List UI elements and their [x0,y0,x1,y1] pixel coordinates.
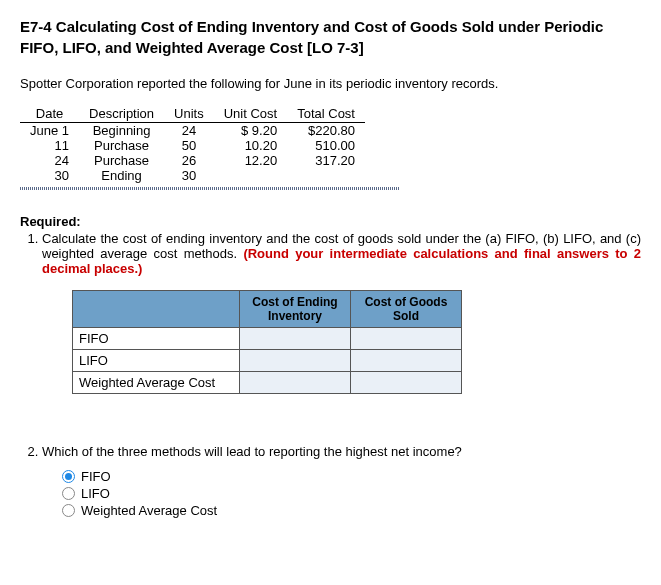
radio-option-wac[interactable]: Weighted Average Cost [62,503,641,518]
radio-label: LIFO [81,486,110,501]
inv-row: June 1 Beginning 24 $ 9.20 $220.80 [20,123,365,139]
cell-units: 24 [164,123,214,139]
required-label: Required: [20,214,641,229]
inv-header-units: Units [164,105,214,123]
question-2: Which of the three methods will lead to … [42,444,641,518]
answer-row-label: LIFO [73,350,240,372]
cell-date: 11 [20,138,79,153]
q2-radio-group: FIFO LIFO Weighted Average Cost [62,469,641,518]
answer-row-label: FIFO [73,328,240,350]
cell-total: 510.00 [287,138,365,153]
lifo-ending-input[interactable] [240,350,351,372]
radio-icon [62,504,75,517]
question-1: Calculate the cost of ending inventory a… [42,231,641,394]
cell-desc: Beginning [79,123,164,139]
inventory-table: Date Description Units Unit Cost Total C… [20,105,365,183]
cell-desc: Purchase [79,138,164,153]
cell-units: 50 [164,138,214,153]
q2-text: Which of the three methods will lead to … [42,444,462,459]
intro-text: Spotter Corporation reported the followi… [20,76,641,91]
page-title: E7-4 Calculating Cost of Ending Inventor… [20,16,641,58]
answer-header-col1: Cost of Ending Inventory [240,291,351,328]
answer-header-blank [73,291,240,328]
radio-label: Weighted Average Cost [81,503,217,518]
fifo-ending-input[interactable] [240,328,351,350]
cell-desc: Ending [79,168,164,183]
inv-row: 30 Ending 30 [20,168,365,183]
cell-units: 26 [164,153,214,168]
cell-total: $220.80 [287,123,365,139]
inv-row: 11 Purchase 50 10.20 510.00 [20,138,365,153]
answer-row-label: Weighted Average Cost [73,372,240,394]
radio-option-fifo[interactable]: FIFO [62,469,641,484]
fifo-cogs-input[interactable] [351,328,462,350]
lifo-cogs-input[interactable] [351,350,462,372]
inv-header-desc: Description [79,105,164,123]
cell-date: 24 [20,153,79,168]
cell-unitcost: 10.20 [214,138,287,153]
cell-total: 317.20 [287,153,365,168]
radio-icon [62,487,75,500]
radio-option-lifo[interactable]: LIFO [62,486,641,501]
cell-date: 30 [20,168,79,183]
inv-row: 24 Purchase 26 12.20 317.20 [20,153,365,168]
cell-units: 30 [164,168,214,183]
cell-date: June 1 [20,123,79,139]
cell-desc: Purchase [79,153,164,168]
radio-label: FIFO [81,469,111,484]
cell-unitcost: $ 9.20 [214,123,287,139]
answer-header-col2: Cost of Goods Sold [351,291,462,328]
cell-total [287,168,365,183]
cell-unitcost: 12.20 [214,153,287,168]
inv-header-unitcost: Unit Cost [214,105,287,123]
radio-icon [62,470,75,483]
divider [20,187,400,190]
inv-header-date: Date [20,105,79,123]
cell-unitcost [214,168,287,183]
inv-header-total: Total Cost [287,105,365,123]
answer-table: Cost of Ending Inventory Cost of Goods S… [72,290,462,394]
wac-ending-input[interactable] [240,372,351,394]
wac-cogs-input[interactable] [351,372,462,394]
